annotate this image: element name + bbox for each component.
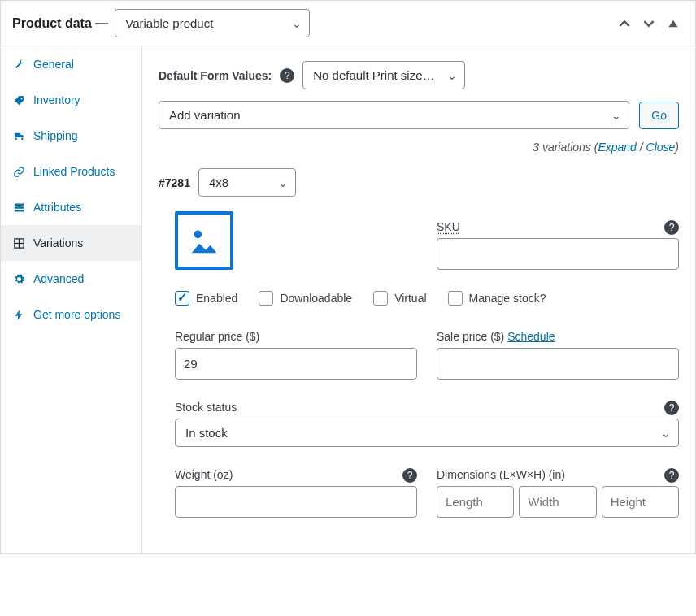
sku-col: ? SKU — [437, 220, 679, 270]
stock-status-select[interactable]: In stock — [175, 419, 679, 447]
variation-attribute-select[interactable]: 4x8 — [198, 168, 296, 197]
product-type-wrap: Variable product ⌄ — [108, 9, 310, 37]
variation-header: #7281 4x8 ⌄ — [159, 168, 679, 197]
virtual-check[interactable]: Virtual — [373, 291, 426, 306]
toggle-panel-icon[interactable] — [663, 13, 684, 34]
variation-attr-wrap: 4x8 ⌄ — [198, 168, 296, 197]
svg-rect-1 — [14, 206, 23, 209]
downloadable-checkbox[interactable] — [259, 291, 273, 306]
panel-title: Product data — — [12, 16, 108, 31]
stock-status-label: Stock status — [175, 401, 679, 414]
variation-body: ? SKU Enabled Downloadable — [159, 211, 679, 518]
sku-input[interactable] — [437, 238, 679, 270]
move-down-icon[interactable] — [638, 13, 659, 34]
svg-rect-0 — [14, 203, 23, 206]
stock-status-wrap: In stock ⌄ — [175, 419, 679, 447]
bolt-icon — [12, 308, 25, 321]
price-row: Regular price ($) Sale price ($) Schedul… — [175, 330, 679, 380]
default-form-label: Default Form Values: — [159, 69, 272, 82]
weight-dim-row: ? Weight (oz) ? Dimensions (L×W×H) (in) — [175, 468, 679, 518]
tab-general[interactable]: General — [1, 46, 141, 82]
svg-point-6 — [194, 231, 202, 239]
tab-shipping[interactable]: Shipping — [1, 118, 141, 154]
enabled-checkbox[interactable] — [175, 291, 189, 306]
tab-label: General — [33, 58, 74, 71]
downloadable-check[interactable]: Downloadable — [259, 291, 352, 306]
link-icon — [12, 165, 25, 178]
tab-attributes[interactable]: Attributes — [1, 189, 141, 225]
variation-id: #7281 — [159, 176, 190, 189]
dimensions-col: ? Dimensions (L×W×H) (in) — [437, 468, 679, 518]
help-icon[interactable]: ? — [280, 68, 294, 83]
gear-icon — [12, 272, 25, 285]
help-icon[interactable]: ? — [664, 468, 679, 483]
grid-icon — [12, 236, 25, 249]
regular-price-input[interactable] — [175, 348, 417, 380]
variation-action-wrap: Add variation ⌄ — [159, 101, 629, 129]
tab-label: Attributes — [33, 201, 81, 214]
dimensions-inputs — [437, 486, 679, 518]
go-button[interactable]: Go — [639, 102, 679, 129]
wrench-icon — [12, 58, 25, 71]
tag-icon — [12, 93, 25, 106]
manage-stock-check[interactable]: Manage stock? — [448, 291, 546, 306]
default-form-select-wrap: No default Print size… ⌄ — [302, 61, 465, 89]
variations-panel: Default Form Values: ? No default Print … — [142, 46, 695, 553]
variation-action-select[interactable]: Add variation — [159, 101, 629, 129]
tab-inventory[interactable]: Inventory — [1, 82, 141, 118]
tab-label: Linked Products — [33, 165, 115, 178]
sale-price-col: Sale price ($) Schedule — [437, 330, 679, 380]
default-form-row: Default Form Values: ? No default Print … — [159, 61, 679, 89]
tab-linked-products[interactable]: Linked Products — [1, 154, 141, 189]
sale-price-label: Sale price ($) Schedule — [437, 330, 679, 343]
help-icon[interactable]: ? — [664, 401, 679, 415]
virtual-checkbox[interactable] — [373, 291, 388, 306]
width-input[interactable] — [519, 486, 596, 518]
product-type-select[interactable]: Variable product — [115, 9, 310, 37]
height-input[interactable] — [602, 486, 679, 518]
tab-variations[interactable]: Variations — [1, 225, 141, 261]
manage-stock-checkbox[interactable] — [448, 291, 463, 306]
close-link[interactable]: Close — [646, 141, 676, 154]
tab-get-more-options[interactable]: Get more options — [1, 297, 141, 332]
regular-price-col: Regular price ($) — [175, 330, 417, 380]
weight-col: ? Weight (oz) — [175, 468, 417, 518]
variation-count: 3 variations — [533, 141, 591, 154]
weight-input[interactable] — [175, 486, 417, 518]
panel-body: General Inventory Shipping Linked Produc… — [1, 46, 695, 553]
move-up-icon[interactable] — [614, 13, 635, 34]
tab-label: Variations — [33, 236, 83, 249]
add-variation-row: Add variation ⌄ Go — [159, 101, 679, 129]
tab-label: Get more options — [33, 308, 120, 321]
tab-label: Shipping — [33, 129, 78, 142]
length-input[interactable] — [437, 486, 514, 518]
schedule-link[interactable]: Schedule — [507, 330, 555, 343]
product-data-panel: Product data — Variable product ⌄ Genera… — [0, 0, 696, 554]
sku-label: SKU — [437, 220, 679, 233]
tab-advanced[interactable]: Advanced — [1, 261, 141, 297]
tab-label: Inventory — [33, 93, 80, 106]
thumb-col — [175, 211, 417, 270]
enabled-check[interactable]: Enabled — [175, 291, 237, 306]
svg-rect-2 — [14, 210, 23, 212]
variation-checks: Enabled Downloadable Virtual Manage stoc… — [175, 291, 679, 306]
stock-status-col: ? Stock status In stock ⌄ — [175, 401, 679, 447]
panel-header: Product data — Variable product ⌄ — [1, 1, 695, 46]
variation-image-upload[interactable] — [175, 211, 233, 270]
sale-price-input[interactable] — [437, 348, 679, 380]
dimensions-label: Dimensions (L×W×H) (in) — [437, 468, 679, 481]
tab-label: Advanced — [33, 272, 84, 285]
help-icon[interactable]: ? — [402, 468, 417, 483]
list-icon — [12, 201, 25, 214]
truck-icon — [12, 129, 25, 142]
sidebar: General Inventory Shipping Linked Produc… — [1, 46, 142, 553]
expand-link[interactable]: Expand — [598, 141, 636, 154]
regular-price-label: Regular price ($) — [175, 330, 417, 343]
help-icon[interactable]: ? — [664, 220, 679, 235]
thumb-sku-row: ? SKU — [175, 211, 679, 270]
default-form-select[interactable]: No default Print size… — [302, 61, 465, 89]
variations-meta: 3 variations (Expand / Close) — [159, 141, 679, 154]
weight-label: Weight (oz) — [175, 468, 417, 481]
